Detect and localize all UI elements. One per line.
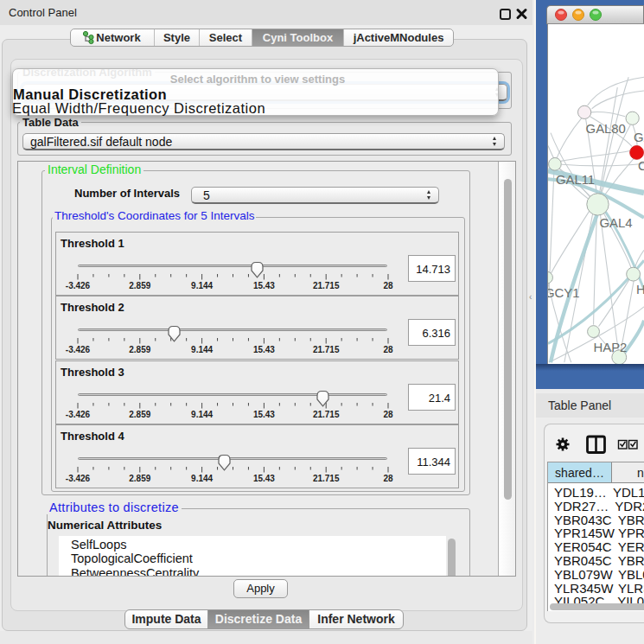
svg-text:GAL11: GAL11 bbox=[556, 173, 595, 187]
svg-text:GA: GA bbox=[634, 131, 644, 144]
svg-text:HAP2: HAP2 bbox=[594, 341, 628, 354]
svg-text:C: C bbox=[638, 159, 644, 173]
svg-text:GAL4: GAL4 bbox=[599, 216, 632, 230]
svg-text:H: H bbox=[636, 283, 644, 296]
svg-text:GAL80: GAL80 bbox=[586, 122, 626, 136]
svg-text:GCY1: GCY1 bbox=[547, 286, 580, 300]
